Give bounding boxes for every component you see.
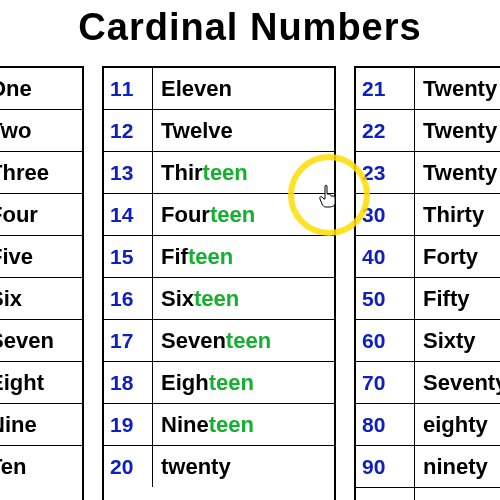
table-row: 20twenty bbox=[104, 446, 334, 487]
column-0: 1One2Two3Three4Four5Five6Six7Seven8Eight… bbox=[0, 66, 84, 500]
number-cell: 40 bbox=[356, 236, 415, 277]
word-suffix-teen: teen bbox=[203, 160, 248, 185]
word-prefix: Six bbox=[161, 286, 194, 311]
word-prefix: Seven bbox=[0, 328, 54, 353]
table-row: 60Sixty bbox=[356, 320, 500, 362]
word-prefix: Four bbox=[0, 202, 38, 227]
number-cell: 20 bbox=[104, 446, 153, 487]
word-cell: Twelve bbox=[153, 118, 334, 144]
number-cell: 13 bbox=[104, 152, 153, 193]
word-cell: Fifteen bbox=[153, 244, 334, 270]
word-prefix: Seven bbox=[161, 328, 226, 353]
page-title: Cardinal Numbers bbox=[0, 0, 500, 49]
word-prefix: Twenty two bbox=[423, 118, 500, 143]
table-row: 19Nineteen bbox=[104, 404, 334, 446]
table-row: 30Thirty bbox=[356, 194, 500, 236]
columns-container: 1One2Two3Three4Four5Five6Six7Seven8Eight… bbox=[0, 58, 500, 500]
table-row: 4Four bbox=[0, 194, 82, 236]
number-cell: 80 bbox=[356, 404, 415, 445]
table-row: 10Ten bbox=[0, 446, 82, 487]
number-cell: 70 bbox=[356, 362, 415, 403]
word-cell: Nine bbox=[0, 412, 82, 438]
table-row: 14Fourteen bbox=[104, 194, 334, 236]
word-prefix: Five bbox=[0, 244, 33, 269]
word-cell: ninety bbox=[415, 454, 500, 480]
word-prefix: eighty bbox=[423, 412, 488, 437]
table-row: 11Eleven bbox=[104, 68, 334, 110]
number-cell: 19 bbox=[104, 404, 153, 445]
table-row: 13Thirteen bbox=[104, 152, 334, 194]
number-cell: 23 bbox=[356, 152, 415, 193]
word-suffix-teen: teen bbox=[188, 244, 233, 269]
word-prefix: Sixty bbox=[423, 328, 476, 353]
word-cell: One bbox=[0, 76, 82, 102]
table-row: 7Seven bbox=[0, 320, 82, 362]
word-suffix-teen: teen bbox=[209, 370, 254, 395]
word-prefix: Ten bbox=[0, 454, 26, 479]
word-prefix: Fif bbox=[161, 244, 188, 269]
word-prefix: Eleven bbox=[161, 76, 232, 101]
word-cell: Fourteen bbox=[153, 202, 334, 228]
word-prefix: Twenty three bbox=[423, 160, 500, 185]
word-cell: Eighteen bbox=[153, 370, 334, 396]
word-cell: twenty bbox=[153, 454, 334, 480]
word-cell: Three bbox=[0, 160, 82, 186]
word-cell: Fifty bbox=[415, 286, 500, 312]
word-cell: Eleven bbox=[153, 76, 334, 102]
number-cell: 17 bbox=[104, 320, 153, 361]
word-prefix: twenty bbox=[161, 454, 231, 479]
word-cell: Twenty one bbox=[415, 76, 500, 102]
word-prefix: Forty bbox=[423, 244, 478, 269]
number-cell: 50 bbox=[356, 278, 415, 319]
table-row: 40Forty bbox=[356, 236, 500, 278]
word-cell: Forty bbox=[415, 244, 500, 270]
table-row: 16Sixteen bbox=[104, 278, 334, 320]
word-cell: Seventeen bbox=[153, 328, 334, 354]
number-cell: 30 bbox=[356, 194, 415, 235]
word-prefix: Four bbox=[161, 202, 210, 227]
word-cell: One hundred bbox=[415, 496, 500, 501]
word-cell: Sixteen bbox=[153, 286, 334, 312]
word-suffix-teen: teen bbox=[209, 412, 254, 437]
table-row: 18Eighteen bbox=[104, 362, 334, 404]
word-cell: Seventy bbox=[415, 370, 500, 396]
number-cell: 12 bbox=[104, 110, 153, 151]
word-prefix: Nine bbox=[0, 412, 37, 437]
word-prefix: Three bbox=[0, 160, 49, 185]
word-suffix-teen: teen bbox=[210, 202, 255, 227]
table-row: 12Twelve bbox=[104, 110, 334, 152]
table-row: 8Eight bbox=[0, 362, 82, 404]
word-prefix: Fifty bbox=[423, 286, 469, 311]
word-cell: Thirty bbox=[415, 202, 500, 228]
word-cell: Twenty two bbox=[415, 118, 500, 144]
word-cell: Six bbox=[0, 286, 82, 312]
table-row: 23Twenty three bbox=[356, 152, 500, 194]
word-cell: Ten bbox=[0, 454, 82, 480]
word-prefix: One hundred bbox=[423, 496, 500, 501]
word-prefix: Thirty bbox=[423, 202, 484, 227]
number-cell: 21 bbox=[356, 68, 415, 109]
table-row: 100One hundred bbox=[356, 488, 500, 500]
table-row: 70Seventy bbox=[356, 362, 500, 404]
column-1: 11Eleven12Twelve13Thirteen14Fourteen15Fi… bbox=[102, 66, 336, 500]
word-cell: Twenty three bbox=[415, 160, 500, 186]
word-prefix: Six bbox=[0, 286, 22, 311]
number-cell: 90 bbox=[356, 446, 415, 487]
table-row: 1One bbox=[0, 68, 82, 110]
column-2: 21Twenty one22Twenty two23Twenty three30… bbox=[354, 66, 500, 500]
table-row: 15Fifteen bbox=[104, 236, 334, 278]
word-prefix: Twenty one bbox=[423, 76, 500, 101]
number-cell: 22 bbox=[356, 110, 415, 151]
word-cell: Eight bbox=[0, 370, 82, 396]
table-row: 22Twenty two bbox=[356, 110, 500, 152]
word-cell: eighty bbox=[415, 412, 500, 438]
word-cell: Nineteen bbox=[153, 412, 334, 438]
number-cell: 18 bbox=[104, 362, 153, 403]
word-prefix: ninety bbox=[423, 454, 488, 479]
word-suffix-teen: teen bbox=[194, 286, 239, 311]
word-prefix: One bbox=[0, 76, 32, 101]
number-cell: 11 bbox=[104, 68, 153, 109]
word-prefix: Seventy bbox=[423, 370, 500, 395]
word-cell: Seven bbox=[0, 328, 82, 354]
word-prefix: Two bbox=[0, 118, 31, 143]
